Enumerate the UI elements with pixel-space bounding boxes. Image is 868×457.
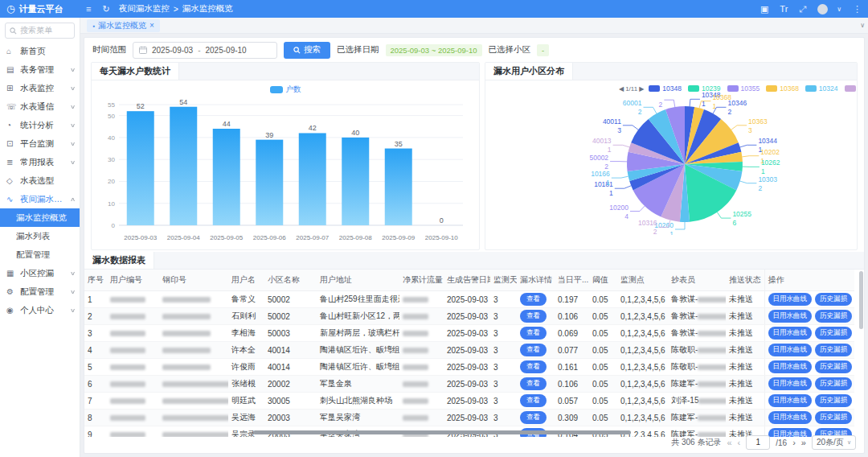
action-button-日用水曲线[interactable]: 日用水曲线 [768, 310, 813, 323]
sidebar-item-水表选型[interactable]: ◇水表选型 [0, 171, 80, 190]
user-menu-caret-icon[interactable]: ∨ [837, 6, 841, 13]
menu-search-input[interactable]: 搜索菜单 [5, 23, 75, 39]
action-button-日用水曲线[interactable]: 日用水曲线 [768, 394, 813, 407]
sidebar-item-label: 小区控漏 [20, 268, 71, 279]
view-detail-button[interactable]: 查看 [520, 394, 547, 407]
tabbar-caret-icon[interactable]: ∨ [860, 22, 865, 29]
action-button-历史漏损[interactable]: 历史漏损 [815, 394, 852, 407]
page-number-input[interactable]: 1 [746, 435, 770, 450]
view-detail-button[interactable]: 查看 [520, 293, 547, 306]
sidebar-item-平台监测[interactable]: ⊡平台监测∨ [0, 134, 80, 153]
table-row[interactable]: 5许俊雨40014陶港镇区坵许、畈塆组2025-09-033查看0.1610.0… [84, 359, 854, 376]
page-size-select[interactable]: 20条/页∨ [812, 435, 856, 450]
svg-text:50: 50 [108, 113, 115, 120]
redacted-value [162, 314, 211, 319]
action-button-历史漏损[interactable]: 历史漏损 [815, 327, 852, 340]
action-button-日用水曲线[interactable]: 日用水曲线 [768, 377, 813, 390]
table-row[interactable]: 8吴远海20003军垦吴家湾2025-09-033查看0.3090.050,1,… [84, 410, 854, 426]
action-button-历史漏损[interactable]: 历史漏损 [815, 344, 852, 356]
action-button-历史漏损[interactable]: 历史漏损 [815, 377, 852, 390]
translate-icon[interactable]: Tr [780, 4, 788, 14]
search-icon [293, 47, 301, 54]
date-end-value[interactable]: 2025-09-10 [206, 46, 247, 55]
sidebar-item-个人中心[interactable]: ◉个人中心∨ [0, 301, 80, 319]
table-row[interactable]: 3李相海50003新屋村两层，玻璃栏杆2025-09-033查看0.0690.0… [84, 325, 854, 342]
action-button-历史漏损[interactable]: 历史漏损 [815, 310, 852, 323]
table-row[interactable]: 1鲁常义50002鲁山村259往里面走很远2025-09-033查看0.1970… [84, 291, 854, 308]
vertical-scrollbar[interactable] [859, 271, 863, 329]
view-detail-button[interactable]: 查看 [520, 377, 547, 390]
action-button-历史漏损[interactable]: 历史漏损 [815, 293, 852, 306]
chevron-down-icon: ∨ [70, 289, 76, 295]
sidebar-item-漏水列表[interactable]: 漏水列表 [0, 227, 80, 245]
action-button-日用水曲线[interactable]: 日用水曲线 [768, 293, 813, 306]
svg-text:2025-09-03: 2025-09-03 [124, 234, 157, 241]
breadcrumb-parent[interactable]: 夜间漏水监控 [119, 3, 170, 14]
sidebar-item-水表通信[interactable]: ☏水表通信∨ [0, 97, 80, 116]
more-menu-icon[interactable]: ⋮ [853, 4, 862, 14]
sidebar-item-水表监控[interactable]: ⊞水表监控∨ [0, 79, 80, 97]
view-detail-button[interactable]: 查看 [520, 360, 547, 373]
sidebar-item-配置管理[interactable]: 配置管理 [0, 245, 80, 264]
first-page-button[interactable]: « [727, 438, 731, 447]
sidebar-item-漏水监控概览[interactable]: 漏水监控概览 [0, 208, 80, 227]
sidebar-item-小区控漏[interactable]: ▦小区控漏∨ [0, 264, 80, 282]
prev-page-button[interactable]: ‹ [738, 438, 741, 447]
table-row[interactable]: 2石则利50002鲁山村旺新小区12，两层2025-09-033查看0.1060… [84, 308, 854, 325]
action-button-历史漏损[interactable]: 历史漏损 [815, 360, 852, 373]
sidebar-item-夜间漏水监控[interactable]: ∿夜间漏水监控∧ [0, 190, 80, 208]
date-range-input[interactable]: 2025-09-03 - 2025-09-10 [133, 42, 277, 59]
view-detail-button[interactable]: 查看 [520, 327, 547, 340]
svg-text:2025-09-06: 2025-09-06 [253, 234, 286, 241]
bar-chart-legend[interactable]: 户数 [92, 80, 479, 95]
svg-text:0: 0 [440, 216, 444, 224]
last-page-button[interactable]: » [801, 438, 806, 447]
next-page-button[interactable]: › [792, 438, 796, 447]
pie-chart-legend[interactable]: ◀1/11▶ 103481023910355103681032410365103 [619, 83, 857, 94]
app-title: 计量云平台 [18, 3, 63, 15]
pie-legend-item[interactable]: 10348 [649, 84, 682, 93]
table-row[interactable]: 4许本全40014陶港镇区坵许、畈塆组2025-09-033查看0.0770.0… [84, 342, 854, 359]
chevron-down-icon: ∨ [70, 104, 76, 110]
action-button-日用水曲线[interactable]: 日用水曲线 [768, 327, 813, 340]
redacted-value [698, 364, 726, 370]
sidebar-collapse-icon[interactable]: ≡ [86, 4, 91, 14]
legend-prev-icon[interactable]: ◀ [619, 85, 624, 93]
pie-legend-item[interactable]: 10365 [845, 84, 858, 93]
date-start-value[interactable]: 2025-09-03 [152, 46, 193, 55]
view-detail-button[interactable]: 查看 [520, 411, 547, 424]
action-button-日用水曲线[interactable]: 日用水曲线 [768, 344, 813, 356]
action-button-历史漏损[interactable]: 历史漏损 [815, 411, 852, 424]
tab-leak-overview[interactable]: ● 漏水监控概览 × [87, 19, 160, 32]
pie-legend-item[interactable]: 10355 [727, 84, 760, 93]
sidebar-item-表务管理[interactable]: ▤表务管理∨ [0, 60, 80, 79]
filter-row: 时间范围 2025-09-03 - 2025-09-10 搜索 已选择日期 20… [84, 38, 864, 62]
leak-data-table: 序号用户编号钢印号用户名小区名称用户地址净累计流量生成告警日期监测天数漏水详情当… [84, 270, 854, 437]
user-avatar[interactable] [817, 4, 828, 14]
column-header-小区名称: 小区名称 [264, 270, 317, 291]
sidebar-item-配置管理[interactable]: ⚙配置管理∨ [0, 282, 80, 301]
pie-legend-item[interactable]: 10324 [805, 84, 838, 93]
tab-close-icon[interactable]: × [149, 21, 154, 30]
pie-legend-item[interactable]: 10368 [766, 84, 799, 93]
sidebar-item-新首页[interactable]: ⌂新首页 [0, 42, 80, 60]
action-button-日用水曲线[interactable]: 日用水曲线 [768, 411, 813, 424]
pie-legend-item[interactable]: 10239 [688, 84, 721, 93]
svg-text:2025-09-04: 2025-09-04 [167, 234, 200, 241]
action-button-日用水曲线[interactable]: 日用水曲线 [768, 360, 813, 373]
fullscreen-icon[interactable]: ⤢ [799, 4, 806, 14]
refresh-icon[interactable]: ↻ [102, 4, 109, 14]
horizontal-scrollbar[interactable] [253, 430, 631, 434]
sidebar-item-常用报表[interactable]: ≣常用报表∨ [0, 153, 80, 171]
legend-next-icon[interactable]: ▶ [639, 85, 644, 93]
table-row[interactable]: 7明廷武30005刺头山北熊湖良种场2025-09-033查看0.0570.05… [84, 393, 854, 410]
chevron-down-icon: ∨ [70, 67, 76, 73]
table-row[interactable]: 6张绪根20002军垦金泉2025-09-033查看0.1060.050,1,2… [84, 376, 854, 393]
column-header-用户名: 用户名 [228, 270, 264, 291]
view-detail-button[interactable]: 查看 [520, 344, 547, 356]
search-button[interactable]: 搜索 [284, 42, 330, 59]
view-detail-button[interactable]: 查看 [520, 310, 547, 323]
column-header-生成告警日期: 生成告警日期 [444, 270, 490, 291]
sidebar-item-统计分析[interactable]: ◔统计分析∨ [0, 116, 80, 134]
screenshot-icon[interactable]: ▣ [760, 4, 768, 14]
